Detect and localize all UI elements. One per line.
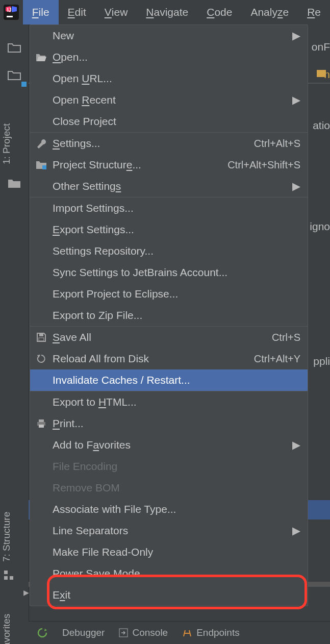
menu-item-shortcut: Ctrl+S bbox=[267, 332, 300, 343]
menu-item-shortcut: Ctrl+Alt+Y bbox=[249, 353, 300, 365]
file-icon bbox=[317, 70, 326, 77]
console-label: Console bbox=[132, 627, 168, 638]
app-logo-icon: IJ bbox=[0, 0, 23, 24]
folder-badge-icon[interactable] bbox=[0, 64, 29, 86]
menu-view[interactable]: View bbox=[95, 0, 137, 24]
chevron-right-icon: ▶ bbox=[293, 180, 300, 192]
chevron-right-icon: ▶ bbox=[293, 439, 300, 451]
menu-navigate[interactable]: Navigate bbox=[137, 0, 197, 24]
sidebar-tab-structure[interactable]: 7: Structure bbox=[0, 502, 13, 572]
sidebar-tab-project[interactable]: 1: Project bbox=[0, 114, 13, 174]
file-menu-dropdown: New▶Open...Open URL...Open Recent▶Close … bbox=[30, 24, 308, 606]
structure-icon[interactable] bbox=[3, 569, 15, 582]
menu-item-export-settings[interactable]: Export Settings... bbox=[30, 219, 308, 240]
menu-item-export-to-zip-file[interactable]: Export to Zip File... bbox=[30, 305, 308, 326]
menu-item-label: Invalidate Caches / Restart... bbox=[53, 374, 300, 386]
menu-item-close-project[interactable]: Close Project bbox=[30, 111, 308, 132]
menu-code[interactable]: Code bbox=[197, 0, 241, 24]
menu-item-exit[interactable]: Exit bbox=[30, 584, 308, 606]
menu-item-label: Remove BOM bbox=[53, 482, 300, 494]
menu-item-remove-bom: Remove BOM bbox=[30, 477, 308, 499]
chevron-right-icon: ▶ bbox=[293, 30, 300, 42]
menu-item-add-to-favorites[interactable]: Add to Favorites▶ bbox=[30, 434, 308, 456]
menu-file[interactable]: File bbox=[23, 0, 59, 24]
svg-text:IJ: IJ bbox=[7, 7, 11, 13]
svg-rect-4 bbox=[4, 576, 8, 580]
chevron-right-icon: ▶ bbox=[293, 94, 300, 106]
menu-item-label: Add to Favorites bbox=[53, 439, 293, 451]
menu-item-settings-repository[interactable]: Settings Repository... bbox=[30, 240, 308, 262]
debugger-label: Debugger bbox=[62, 627, 105, 638]
menu-item-other-settings[interactable]: Other Settings▶ bbox=[30, 176, 308, 197]
menu-item-open-recent[interactable]: Open Recent▶ bbox=[30, 89, 308, 111]
menubar: IJ FileEditViewNavigateCodeAnalyzeRe bbox=[0, 0, 330, 24]
menu-item-label: Reload All from Disk bbox=[53, 353, 249, 365]
console-icon bbox=[119, 628, 128, 637]
menu-item-line-separators[interactable]: Line Separators▶ bbox=[30, 520, 308, 541]
bottom-tab-endpoints[interactable]: Endpoints bbox=[182, 627, 240, 638]
menu-item-save-all[interactable]: Save AllCtrl+S bbox=[30, 327, 308, 348]
reload-icon bbox=[35, 353, 47, 365]
menu-item-project-structure[interactable]: Project Structure...Ctrl+Alt+Shift+S bbox=[30, 154, 308, 176]
bottom-tab-debugger[interactable]: Debugger bbox=[62, 627, 105, 638]
menu-item-invalidate-caches-restart[interactable]: Invalidate Caches / Restart... bbox=[30, 369, 308, 391]
menu-item-label: New bbox=[53, 30, 293, 42]
menu-item-export-project-to-eclipse[interactable]: Export Project to Eclipse... bbox=[30, 283, 308, 305]
menu-item-make-file-read-only[interactable]: Make File Read-Only bbox=[30, 541, 308, 563]
bg-text: igno bbox=[310, 220, 330, 233]
menu-item-settings[interactable]: Settings...Ctrl+Alt+S bbox=[30, 133, 308, 154]
left-gutter: 1: Project 7: Structure ▶ 2: Favorites bbox=[0, 24, 29, 622]
rerun-button[interactable] bbox=[37, 627, 48, 638]
menu-item-label: Associate with File Type... bbox=[53, 503, 300, 515]
svg-rect-9 bbox=[39, 419, 44, 422]
menu-item-label: Export Project to Eclipse... bbox=[53, 288, 300, 300]
menu-item-label: Open Recent bbox=[53, 94, 293, 106]
menu-item-open-url[interactable]: Open URL... bbox=[30, 68, 308, 89]
svg-rect-8 bbox=[39, 338, 44, 341]
menu-item-label: Import Settings... bbox=[53, 202, 300, 214]
menu-item-print[interactable]: Print... bbox=[30, 413, 308, 434]
menu-item-power-save-mode[interactable]: Power Save Mode bbox=[30, 563, 308, 584]
menu-item-reload-all-from-disk[interactable]: Reload All from DiskCtrl+Alt+Y bbox=[30, 348, 308, 369]
menu-item-label: Open... bbox=[53, 51, 300, 63]
menu-item-file-encoding: File Encoding bbox=[30, 456, 308, 477]
chevron-right-icon[interactable]: ▶ bbox=[23, 588, 29, 597]
folder-open-icon bbox=[35, 51, 47, 63]
menu-item-label: Settings... bbox=[53, 137, 249, 150]
menu-item-label: Other Settings bbox=[53, 180, 293, 192]
svg-rect-1 bbox=[7, 16, 13, 17]
endpoints-label: Endpoints bbox=[196, 627, 240, 638]
menu-item-import-settings[interactable]: Import Settings... bbox=[30, 197, 308, 219]
menu-item-label: Settings Repository... bbox=[53, 245, 300, 257]
svg-rect-3 bbox=[4, 571, 8, 574]
wrench-icon bbox=[35, 137, 47, 150]
menu-item-label: Exit bbox=[53, 589, 300, 601]
svg-rect-5 bbox=[10, 576, 13, 580]
menu-item-label: Save All bbox=[53, 331, 267, 343]
menu-item-label: Print... bbox=[53, 417, 300, 430]
bg-text: onF bbox=[312, 41, 330, 53]
menu-analyze[interactable]: Analyze bbox=[241, 0, 298, 24]
menu-item-associate-with-file-type[interactable]: Associate with File Type... bbox=[30, 499, 308, 520]
menu-item-label: File Encoding bbox=[53, 460, 300, 473]
bottom-toolbar: Debugger Console Endpoints bbox=[29, 621, 330, 644]
menu-item-label: Project Structure... bbox=[53, 159, 222, 171]
sidebar-tab-favorites[interactable]: 2: Favorites bbox=[0, 604, 13, 644]
folder-icon[interactable] bbox=[0, 37, 29, 58]
menu-item-label: Make File Read-Only bbox=[53, 546, 300, 558]
menu-re[interactable]: Re bbox=[298, 0, 330, 24]
svg-rect-11 bbox=[39, 425, 44, 428]
menu-edit[interactable]: Edit bbox=[59, 0, 95, 24]
bottom-tab-console[interactable]: Console bbox=[119, 627, 168, 638]
menu-item-new[interactable]: New▶ bbox=[30, 25, 308, 46]
svg-rect-6 bbox=[42, 165, 46, 169]
menu-item-label: Sync Settings to JetBrains Account... bbox=[53, 266, 300, 279]
menu-item-label: Close Project bbox=[53, 115, 300, 128]
menu-item-open[interactable]: Open... bbox=[30, 46, 308, 68]
menu-item-export-to-html[interactable]: Export to HTML... bbox=[30, 391, 308, 413]
svg-rect-7 bbox=[39, 333, 43, 336]
menu-item-sync-settings-to-jetbrains-account[interactable]: Sync Settings to JetBrains Account... bbox=[30, 262, 308, 283]
folder-icon-2[interactable] bbox=[0, 172, 29, 194]
menu-item-label: Line Separators bbox=[53, 525, 293, 537]
bg-text: atio bbox=[313, 119, 330, 132]
